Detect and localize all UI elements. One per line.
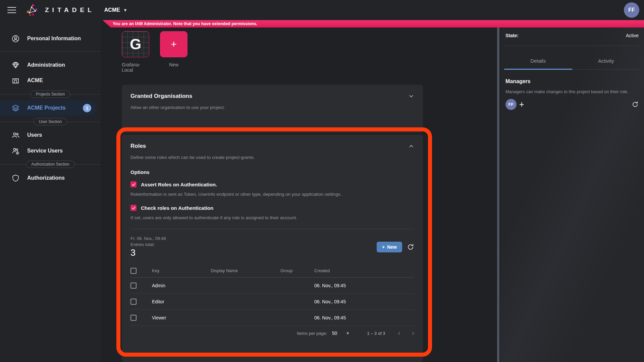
add-manager-button[interactable]: + xyxy=(519,100,524,109)
table-header-row: Key Display Name Group Created xyxy=(130,264,414,278)
column-header-key: Key xyxy=(152,268,211,273)
table-row[interactable]: Admin 06. Nov., 09:45 xyxy=(130,278,414,294)
cell-key: Admin xyxy=(152,283,211,288)
next-page-button[interactable]: › xyxy=(412,329,414,337)
zitadel-console: ZITADEL ACME ▼ FF You are an IAM Adminis… xyxy=(0,0,644,362)
people-icon xyxy=(11,131,20,139)
items-per-page-value[interactable]: 50 xyxy=(332,330,337,336)
card-title: Granted Organisations xyxy=(130,93,192,100)
granted-organisations-card: Granted Organisations Allow an other org… xyxy=(122,85,423,133)
diamond-icon xyxy=(11,61,20,69)
cell-key: Editor xyxy=(152,299,211,304)
managers-description: Managers can make changes to this projec… xyxy=(505,89,639,94)
tile-label: Grafana-Local xyxy=(122,62,149,73)
project-count-badge: 1 xyxy=(83,104,91,112)
sidebar-item-acme-org[interactable]: ACME xyxy=(0,73,101,88)
sidebar-item-users[interactable]: Users xyxy=(0,127,101,143)
table-paginator: Items per page: 50 ▼ 1 – 3 of 3 ‹ › xyxy=(130,326,414,341)
sidebar-item-label: ACME xyxy=(27,77,43,83)
check-roles-checkbox[interactable]: Check roles on Authentication xyxy=(130,205,414,211)
cell-key: Viewer xyxy=(152,315,211,320)
menu-icon[interactable] xyxy=(7,7,16,13)
checkbox-checked-icon xyxy=(130,181,137,187)
checkbox-label: Check roles on Authentication xyxy=(141,205,213,211)
card-description: Define some roles which can be used to c… xyxy=(130,155,414,160)
checkbox-checked-icon xyxy=(130,205,137,211)
plus-icon: + xyxy=(171,39,177,50)
managers-section: Managers Managers can make changes to th… xyxy=(500,70,644,110)
sidebar-item-label: Authorizations xyxy=(27,175,65,181)
sidebar-item-administration[interactable]: Administration xyxy=(0,57,101,73)
sidebar-item-service-users[interactable]: Service Users xyxy=(0,143,101,159)
row-checkbox[interactable] xyxy=(130,299,137,305)
iam-admin-banner: You are an IAM Administrator. Note that … xyxy=(103,20,644,27)
chevron-up-icon[interactable] xyxy=(408,143,414,149)
top-bar: ZITADEL ACME ▼ FF xyxy=(0,0,644,20)
options-heading: Options xyxy=(130,169,414,175)
cell-created: 06. Nov., 09:45 xyxy=(314,315,414,320)
people-gear-icon xyxy=(11,147,20,155)
checkbox-description: Roleinformation is sent as Token, Userin… xyxy=(130,192,414,197)
vertical-scrollbar[interactable] xyxy=(497,27,499,362)
managers-title: Managers xyxy=(505,78,639,84)
tab-details[interactable]: Details xyxy=(504,53,572,70)
table-meta-row: Fr. 06. Nov., 09:46 Entries total: 3 + N… xyxy=(130,236,414,258)
project-tile-grafana-local[interactable]: G xyxy=(122,31,149,57)
tile-label: New xyxy=(169,62,178,67)
section-divider-projects: Projects Section xyxy=(0,90,101,99)
new-role-button[interactable]: + New xyxy=(377,242,402,252)
page-range: 1 – 3 of 3 xyxy=(367,331,385,336)
row-checkbox[interactable] xyxy=(130,315,137,321)
person-circle-icon xyxy=(11,35,20,43)
checkbox-label: Assert Roles on Authentication. xyxy=(141,182,217,187)
table-row[interactable]: Viewer 06. Nov., 09:45 xyxy=(130,310,414,326)
banner-text: You are an IAM Administrator. Note that … xyxy=(113,21,257,26)
refresh-managers-button[interactable] xyxy=(632,101,639,108)
table-row[interactable]: Editor 06. Nov., 09:45 xyxy=(130,294,414,310)
column-header-created: Created xyxy=(314,268,414,273)
card-title: Roles xyxy=(130,143,146,149)
project-tiles: G Grafana-Local + New xyxy=(122,31,187,73)
assert-roles-checkbox[interactable]: Assert Roles on Authentication. xyxy=(130,181,414,187)
brand-wordmark: ZITADEL xyxy=(45,6,95,14)
sidebar-item-acme-projects[interactable]: ACME Projects 1 xyxy=(0,100,97,116)
sidebar: Personal Information Administration ACME… xyxy=(0,20,101,362)
sidebar-item-label: Service Users xyxy=(27,148,63,154)
sidebar-item-personal-information[interactable]: Personal Information xyxy=(0,31,101,46)
new-project-tile[interactable]: + xyxy=(160,31,187,57)
shield-icon xyxy=(11,174,20,182)
section-pill-label: Projects Section xyxy=(31,90,70,98)
card-description: Allow an other organisation to use your … xyxy=(130,105,414,110)
checkbox-description: If set, users are only allowed to authen… xyxy=(130,215,414,220)
sidebar-item-label: Administration xyxy=(27,62,65,68)
select-all-checkbox[interactable] xyxy=(130,268,137,274)
org-switcher[interactable]: ACME ▼ xyxy=(104,7,127,13)
tile-letter: G xyxy=(130,36,141,53)
chevron-down-icon: ▼ xyxy=(123,8,127,13)
cell-created: 06. Nov., 09:45 xyxy=(314,299,414,304)
refresh-icon xyxy=(407,243,414,251)
org-name: ACME xyxy=(104,7,120,13)
divider xyxy=(504,46,640,46)
chevron-down-icon[interactable] xyxy=(408,93,414,99)
plus-icon: + xyxy=(382,244,385,250)
state-label: State: xyxy=(505,33,519,38)
manager-avatar[interactable]: FF xyxy=(505,99,517,110)
project-details-panel: State: Active Details Activity Managers … xyxy=(500,20,644,362)
previous-page-button[interactable]: ‹ xyxy=(398,329,400,337)
state-value: Active xyxy=(626,33,639,38)
chevron-down-icon[interactable]: ▼ xyxy=(346,331,350,335)
user-avatar[interactable]: FF xyxy=(624,2,639,18)
refresh-roles-button[interactable] xyxy=(407,243,414,251)
layers-icon xyxy=(11,104,20,112)
roles-table: Key Display Name Group Created Admin 06.… xyxy=(130,264,414,341)
zitadel-logo-icon xyxy=(25,3,40,17)
column-header-display-name: Display Name xyxy=(211,268,280,273)
last-refresh-timestamp: Fr. 06. Nov., 09:46 xyxy=(130,236,166,241)
sidebar-item-authorizations[interactable]: Authorizations xyxy=(0,170,101,186)
tab-activity[interactable]: Activity xyxy=(572,53,640,70)
sidebar-item-label: ACME Projects xyxy=(27,105,66,111)
sidebar-item-label: Users xyxy=(27,132,42,138)
entries-total-label: Entries total: xyxy=(130,242,166,247)
row-checkbox[interactable] xyxy=(130,283,137,289)
